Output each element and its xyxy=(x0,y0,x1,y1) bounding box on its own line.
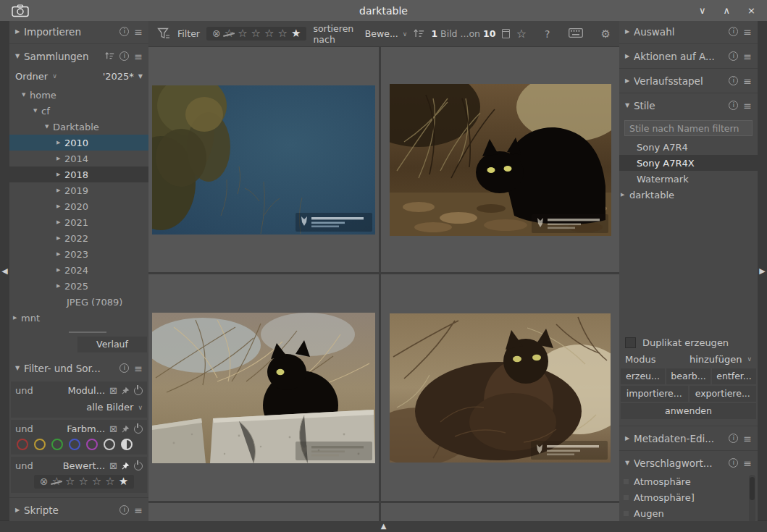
left-panel-collapse[interactable]: ◀ xyxy=(0,21,9,521)
delete-style-button[interactable]: entfer... xyxy=(712,368,756,384)
expander-icon[interactable]: ▶ xyxy=(56,187,64,193)
sort-criteria-dropdown[interactable]: Bewe... ∨ xyxy=(365,28,408,39)
section-stile[interactable]: ▼ Stile i ≡ xyxy=(619,95,758,116)
thumbnail-photo-cat-stones[interactable] xyxy=(152,313,375,463)
export-style-button[interactable]: exportiere... xyxy=(690,386,757,402)
tree-item-2024[interactable]: ▶ 2024 xyxy=(9,262,148,278)
gear-icon[interactable]: ⚙ xyxy=(601,28,611,41)
right-panel-collapse[interactable]: ▶ xyxy=(758,21,767,521)
section-auswahl[interactable]: ▶ Auswahl i ≡ xyxy=(619,21,758,42)
lightbox-cell[interactable] xyxy=(381,274,619,501)
expander-icon[interactable]: ▶ xyxy=(56,219,64,225)
presets-menu-icon[interactable]: ≡ xyxy=(134,363,143,373)
reset-icon[interactable]: i xyxy=(729,76,738,85)
star-unrated-icon[interactable]: ☆ xyxy=(52,476,62,487)
star-icon[interactable]: ☆ xyxy=(105,476,114,487)
create-style-button[interactable]: erzeu... xyxy=(621,368,665,384)
tree-item-2010[interactable]: ▶ 2010 xyxy=(9,135,148,151)
presets-menu-icon[interactable]: ≡ xyxy=(743,458,752,468)
presets-menu-icon[interactable]: ≡ xyxy=(134,505,143,515)
expander-icon[interactable]: ▶ xyxy=(56,267,64,273)
keyboard-shortcuts-icon[interactable] xyxy=(569,28,583,40)
expander-icon[interactable]: ▶ xyxy=(56,283,64,289)
presets-menu-icon[interactable]: ≡ xyxy=(743,101,752,111)
section-skripte[interactable]: ▶ Skripte i ≡ xyxy=(9,499,148,520)
color-label-green[interactable] xyxy=(51,439,63,450)
expander-icon[interactable]: ▶ xyxy=(56,156,64,161)
section-metadaten[interactable]: ▶ Metadaten-Edi... i ≡ xyxy=(619,428,758,449)
presets-menu-icon[interactable]: ≡ xyxy=(134,27,143,37)
overlays-star-icon[interactable]: ☆ xyxy=(516,27,527,41)
tree-item-home[interactable]: ▼ home xyxy=(9,87,148,103)
rule-value-dropdown[interactable]: alle Bilder ∨ xyxy=(15,399,143,415)
expander-icon[interactable]: ▶ xyxy=(56,140,64,145)
reject-icon[interactable]: ⊗ xyxy=(40,476,49,487)
reset-icon[interactable]: i xyxy=(120,505,129,515)
scrollbar-thumb[interactable] xyxy=(750,477,755,500)
remove-rule-icon[interactable]: ⊠ xyxy=(109,460,117,471)
tree-item-2025[interactable]: ▶ 2025 xyxy=(9,278,148,294)
pin-icon[interactable] xyxy=(122,462,130,470)
tree-item-2023[interactable]: ▶ 2023 xyxy=(9,246,148,262)
tree-item-mnt[interactable]: ▶ mnt xyxy=(9,310,148,326)
star-filled-icon[interactable]: ★ xyxy=(119,476,128,487)
style-item[interactable]: ▶ darktable xyxy=(619,187,758,203)
tree-item-2018[interactable]: ▶ 2018 xyxy=(9,166,148,182)
star-filled-icon[interactable]: ★ xyxy=(291,28,301,39)
tree-item-2014[interactable]: ▶ 2014 xyxy=(9,151,148,166)
style-item[interactable]: Watermark xyxy=(619,171,758,187)
history-button[interactable]: Verlauf xyxy=(77,337,147,352)
presets-menu-icon[interactable]: ≡ xyxy=(743,27,752,37)
presets-menu-icon[interactable]: ≡ xyxy=(743,51,752,62)
grouping-icon[interactable] xyxy=(502,29,509,38)
minimize-button[interactable]: ∨ xyxy=(699,5,706,16)
star-icon[interactable]: ☆ xyxy=(264,28,274,39)
lightbox-cell[interactable] xyxy=(148,47,379,272)
tag-item[interactable]: Atmosphäre xyxy=(619,473,758,489)
section-importieren[interactable]: ▶ Importieren i ≡ xyxy=(9,21,148,42)
duplicate-checkbox[interactable] xyxy=(625,337,636,348)
thumbnail-photo-cat-fluffy[interactable] xyxy=(390,313,611,463)
rule-name[interactable]: Modul... xyxy=(67,385,105,396)
import-style-button[interactable]: importiere... xyxy=(621,386,688,402)
reset-icon[interactable]: i xyxy=(120,27,129,36)
tree-item-jpeg[interactable]: JPEG (7089) xyxy=(9,294,148,310)
tree-item-2019[interactable]: ▶ 2019 xyxy=(9,182,148,198)
tree-item-cf[interactable]: ▼ cf xyxy=(9,103,148,119)
style-item[interactable]: Sony A7R4X xyxy=(619,155,758,171)
rule-conjunction[interactable]: und xyxy=(15,385,33,396)
bottom-panel-collapse[interactable]: ▲ xyxy=(0,520,767,532)
remove-rule-icon[interactable]: ⊠ xyxy=(109,423,117,434)
section-verlaufsstapel[interactable]: ▶ Verlaufsstapel i ≡ xyxy=(619,70,758,91)
reject-icon[interactable]: ⊗ xyxy=(212,28,221,39)
reset-icon[interactable]: i xyxy=(729,27,738,36)
expander-icon[interactable]: ▶ xyxy=(56,172,64,177)
section-verschlagwortung[interactable]: ▼ Verschlagwort... i ≡ xyxy=(619,452,758,473)
star-icon[interactable]: ☆ xyxy=(78,476,88,487)
reset-icon[interactable]: i xyxy=(729,51,738,61)
tag-item[interactable]: Atmosphäre] xyxy=(619,489,758,505)
style-item[interactable]: Sony A7R4 xyxy=(619,139,758,155)
lightbox-cell[interactable] xyxy=(381,503,619,521)
maximize-button[interactable]: ∧ xyxy=(724,5,731,16)
pin-icon[interactable] xyxy=(122,387,130,394)
expander-icon[interactable]: ▶ xyxy=(13,315,21,321)
section-filter-sort[interactable]: ▼ Filter- und Sor... i ≡ xyxy=(9,358,148,379)
styles-search-input[interactable] xyxy=(624,120,753,136)
color-label-none[interactable] xyxy=(104,439,115,450)
lightbox-cell[interactable] xyxy=(148,503,379,521)
close-button[interactable]: × xyxy=(747,5,755,16)
filter-funnel-icon[interactable] xyxy=(157,28,171,40)
rule-conjunction[interactable]: und xyxy=(15,423,33,434)
star-icon[interactable]: ☆ xyxy=(278,28,288,39)
tag-item[interactable]: Augen xyxy=(619,505,758,521)
tree-item-2021[interactable]: ▶ 2021 xyxy=(9,214,148,230)
reset-icon[interactable]: i xyxy=(729,458,738,468)
mode-dropdown[interactable]: hinzufügen ∨ xyxy=(690,354,752,365)
reset-icon[interactable]: i xyxy=(729,434,738,443)
section-sammlungen[interactable]: ▼ Sammlungen i ≡ xyxy=(9,46,148,67)
sort-icon[interactable] xyxy=(105,52,114,60)
color-label-blue[interactable] xyxy=(69,439,80,450)
expander-icon[interactable]: ▼ xyxy=(33,108,41,114)
color-label-yellow[interactable] xyxy=(34,439,46,450)
